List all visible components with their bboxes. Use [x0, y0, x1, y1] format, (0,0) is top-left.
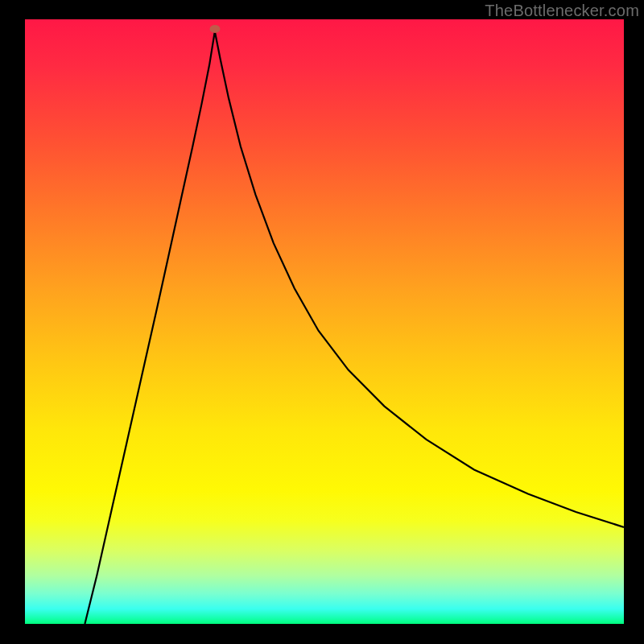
- attribution-label: TheBottlenecker.com: [485, 2, 639, 20]
- bottleneck-curve: [25, 19, 624, 624]
- plot-area: [25, 19, 624, 624]
- optimal-point-marker: [209, 25, 220, 33]
- chart-frame: TheBottlenecker.com: [0, 0, 644, 644]
